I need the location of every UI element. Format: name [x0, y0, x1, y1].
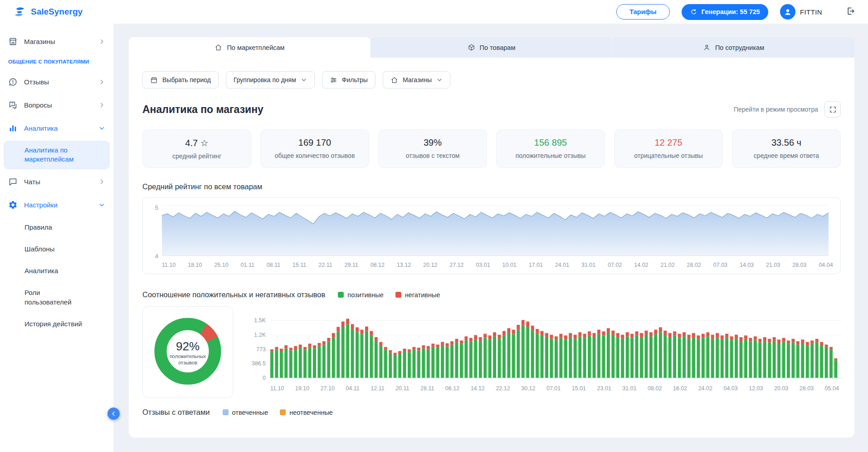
x-tick: 12.11: [371, 385, 384, 392]
chevron-right-icon: [98, 38, 105, 45]
answers-chart-title: Отзывы с ответами: [142, 408, 210, 417]
x-tick: 20.11: [395, 385, 409, 392]
x-tick: 13.12: [397, 262, 411, 268]
answers-section-head: Отзывы с ответами отвеченныенеотвеченные: [142, 408, 841, 417]
sidebar-subitem-label: История действий: [24, 319, 84, 329]
grouping-dropdown[interactable]: Группировка по дням: [226, 71, 315, 88]
legend-swatch: [223, 409, 229, 415]
sidebar-collapse-button[interactable]: [107, 408, 120, 420]
x-tick: 28.11: [420, 385, 434, 392]
donut-chart: 92%положительныхотзывов: [148, 311, 228, 393]
stat-label: средний рейтинг: [147, 152, 246, 160]
legend-item: позитивные: [338, 291, 383, 299]
chevron-down-icon: [98, 201, 105, 208]
stat-label: среднее время ответа: [737, 152, 836, 159]
logout-button[interactable]: [846, 6, 855, 17]
tab-marketplaces[interactable]: По маркетплейсам: [129, 37, 371, 58]
svg-text:1.2K: 1.2K: [254, 332, 266, 338]
tariffs-button[interactable]: Тарифы: [616, 4, 669, 20]
sidebar-item-settings[interactable]: Настройки: [4, 193, 110, 216]
sidebar-nav: МагазиныОБЩЕНИЕ С ПОКУПАТЕЛЯМИОтзывы?Воп…: [4, 30, 110, 335]
top-header: SaleSynergy Тарифы Генерации: 55 725 FIT…: [0, 0, 868, 24]
tab-products[interactable]: По товарам: [371, 37, 612, 58]
brand-logo-icon: [13, 5, 26, 19]
x-tick: 22.12: [496, 385, 510, 392]
tab-label: По маркетплейсам: [227, 44, 284, 51]
x-tick: 28.02: [687, 262, 701, 268]
x-tick: 04.03: [723, 385, 737, 392]
filters-button[interactable]: Фильтры: [322, 71, 375, 88]
x-tick: 15.01: [572, 385, 586, 392]
x-tick: 01.11: [241, 262, 254, 268]
sidebar-subitem-action-history[interactable]: История действий: [4, 313, 110, 335]
stat-card-avg-rating: 4.7 ☆средний рейтинг: [142, 129, 251, 168]
x-tick: 14.12: [471, 385, 485, 392]
x-tick: 08.11: [267, 262, 280, 268]
title-row: Аналитика по магазину Перейти в режим пр…: [142, 101, 841, 118]
x-tick: 22.11: [318, 262, 332, 268]
tab-label: По сотрудникам: [715, 44, 764, 51]
stat-value: 39%: [383, 138, 482, 148]
generations-button[interactable]: Генерации: 55 725: [682, 4, 768, 20]
header-actions: Тарифы Генерации: 55 725 FITTIN: [616, 4, 855, 20]
rating-x-axis: 11.1018.1025.1001.1108.1115.1122.1129.11…: [162, 262, 833, 268]
sidebar-item-reviews[interactable]: Отзывы: [4, 70, 110, 93]
sidebar-subitem-analytics-settings[interactable]: Аналитика: [4, 260, 110, 282]
stat-card-with-text: 39%отзывов с текстом: [378, 129, 487, 168]
x-tick: 18.10: [188, 262, 202, 268]
sidebar-subitem-marketplace-analytics[interactable]: Аналитика по маркетплейсам: [4, 141, 110, 169]
grouping-label: Группировка по дням: [234, 76, 296, 84]
generations-label: Генерации: 55 725: [702, 8, 760, 15]
x-tick: 20.03: [774, 385, 788, 392]
stat-value: 33.56 ч: [737, 138, 836, 148]
sidebar-subitem-label: Правила: [24, 223, 84, 232]
x-tick: 12.03: [749, 385, 763, 392]
ratio-chart-title: Соотношение положительных и негативных о…: [142, 290, 325, 299]
sidebar-item-shops[interactable]: Магазины: [4, 30, 110, 53]
sidebar-subitem-user-roles[interactable]: Роли пользователей: [4, 282, 110, 313]
sidebar-item-chats[interactable]: Чаты: [4, 170, 110, 193]
sidebar-subitem-label: Аналитика по маркетплейсам: [24, 146, 84, 164]
home-icon: [390, 76, 398, 84]
sidebar-item-label: Чаты: [24, 178, 92, 186]
user-menu[interactable]: FITTIN: [780, 4, 822, 20]
stat-card-avg-response-time: 33.56 чсреднее время ответа: [732, 129, 841, 168]
chevron-right-icon: [98, 102, 105, 108]
shops-dropdown[interactable]: Магазины: [383, 71, 450, 88]
avatar: [780, 4, 795, 20]
calendar-icon: [150, 76, 158, 84]
x-tick: 07.03: [713, 262, 727, 268]
x-tick: 30.12: [521, 385, 535, 392]
x-tick: 05.04: [825, 385, 839, 392]
view-mode-link[interactable]: Перейти в режим просмотра: [734, 106, 818, 113]
analytics-icon: [8, 123, 18, 133]
rating-area-plot: [162, 205, 829, 258]
legend-label: отвеченные: [232, 409, 268, 416]
legend-item: негативные: [395, 291, 440, 299]
filters-label: Фильтры: [342, 76, 368, 84]
home-icon: [215, 44, 222, 51]
select-period-button[interactable]: Выбрать период: [142, 71, 219, 88]
x-tick: 17.01: [529, 262, 543, 268]
stat-label: общее количество отзывов: [265, 152, 364, 159]
tab-employees[interactable]: По сотрудникам: [612, 37, 854, 58]
y-tick: 4: [150, 253, 158, 260]
sidebar-item-analytics[interactable]: Аналитика: [4, 117, 110, 140]
sidebar-item-questions[interactable]: ?Вопросы: [4, 93, 110, 117]
ratio-section-head: Соотношение положительных и негативных о…: [142, 290, 841, 299]
sidebar: МагазиныОБЩЕНИЕ С ПОКУПАТЕЛЯМИОтзывы?Воп…: [0, 24, 113, 452]
tab-bar: По маркетплейсамПо товарамПо сотрудникам: [129, 37, 854, 58]
chevron-down-icon: [301, 77, 307, 83]
sidebar-subitem-templates[interactable]: Шаблоны: [4, 238, 110, 260]
x-tick: 28.03: [792, 262, 806, 268]
ratio-legend: позитивныенегативные: [338, 291, 440, 299]
fullscreen-icon: [829, 106, 837, 113]
sidebar-subitem-rules[interactable]: Правила: [4, 216, 110, 238]
x-tick: 11.10: [270, 385, 284, 392]
x-tick: 08.02: [648, 385, 662, 392]
svg-text:0: 0: [263, 375, 266, 381]
fullscreen-button[interactable]: [824, 101, 841, 118]
brand[interactable]: SaleSynergy: [13, 5, 83, 19]
x-tick: 19.10: [295, 385, 309, 392]
chat-icon: [8, 177, 18, 187]
